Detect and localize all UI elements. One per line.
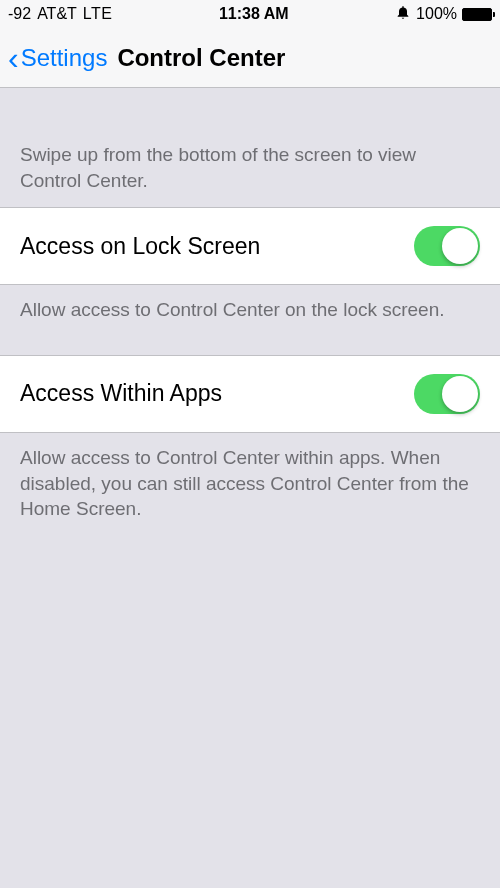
chevron-left-icon: ‹	[8, 42, 19, 74]
page-title: Control Center	[117, 44, 285, 72]
access-lock-screen-row: Access on Lock Screen	[0, 207, 500, 285]
access-within-apps-footer: Allow access to Control Center within ap…	[0, 433, 500, 554]
status-bar: -92 AT&T LTE 11:38 AM 100%	[0, 0, 500, 28]
access-lock-screen-label: Access on Lock Screen	[20, 233, 260, 260]
toggle-knob	[442, 228, 478, 264]
access-within-apps-row: Access Within Apps	[0, 355, 500, 433]
status-left: -92 AT&T LTE	[8, 5, 112, 23]
access-lock-screen-footer: Allow access to Control Center on the lo…	[0, 285, 500, 355]
status-right: 100%	[395, 4, 492, 24]
toggle-knob	[442, 376, 478, 412]
battery-icon	[462, 8, 492, 21]
network-type: LTE	[83, 5, 113, 23]
status-time: 11:38 AM	[219, 5, 289, 23]
access-within-apps-toggle[interactable]	[414, 374, 480, 414]
access-within-apps-label: Access Within Apps	[20, 380, 222, 407]
carrier-label: AT&T	[37, 5, 77, 23]
signal-strength: -92	[8, 5, 31, 23]
access-lock-screen-toggle[interactable]	[414, 226, 480, 266]
alarm-icon	[395, 4, 411, 24]
battery-percent: 100%	[416, 5, 457, 23]
intro-text: Swipe up from the bottom of the screen t…	[0, 88, 500, 207]
back-label: Settings	[21, 44, 108, 72]
content: Swipe up from the bottom of the screen t…	[0, 88, 500, 554]
back-button[interactable]: ‹ Settings	[8, 42, 107, 74]
nav-bar: ‹ Settings Control Center	[0, 28, 500, 88]
